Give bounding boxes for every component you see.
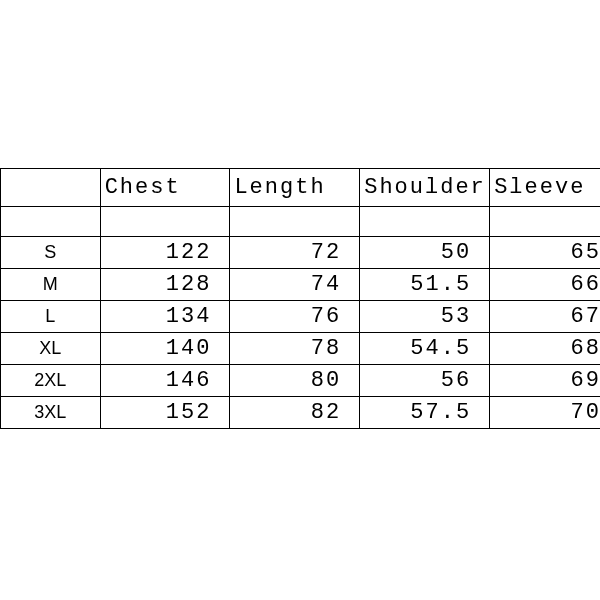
- header-size: [1, 169, 101, 207]
- cell-size: 3XL: [1, 397, 101, 429]
- table: Chest Length Shoulder Sleeve S 122 72 50…: [0, 168, 600, 429]
- cell-sleeve: 69: [490, 365, 600, 397]
- header-chest: Chest: [100, 169, 230, 207]
- cell-length: 80: [230, 365, 360, 397]
- cell-chest: 122: [100, 237, 230, 269]
- table-row: L 134 76 53 67: [1, 301, 601, 333]
- cell-chest: 134: [100, 301, 230, 333]
- cell-sleeve: 66: [490, 269, 600, 301]
- table-row: 2XL 146 80 56 69: [1, 365, 601, 397]
- table-header-row: Chest Length Shoulder Sleeve: [1, 169, 601, 207]
- header-sleeve: Sleeve: [490, 169, 600, 207]
- cell-shoulder: 57.5: [360, 397, 490, 429]
- table-row: M 128 74 51.5 66: [1, 269, 601, 301]
- cell-size: 2XL: [1, 365, 101, 397]
- cell-shoulder: 54.5: [360, 333, 490, 365]
- cell-shoulder: 53: [360, 301, 490, 333]
- cell-sleeve: 70: [490, 397, 600, 429]
- cell-chest: 146: [100, 365, 230, 397]
- cell-sleeve: 68: [490, 333, 600, 365]
- size-chart-table: Chest Length Shoulder Sleeve S 122 72 50…: [0, 168, 600, 429]
- cell-length: 74: [230, 269, 360, 301]
- cell-size: S: [1, 237, 101, 269]
- cell-length: 76: [230, 301, 360, 333]
- table-row: S 122 72 50 65: [1, 237, 601, 269]
- table-row: 3XL 152 82 57.5 70: [1, 397, 601, 429]
- cell-chest: 128: [100, 269, 230, 301]
- cell-size: L: [1, 301, 101, 333]
- cell-length: 72: [230, 237, 360, 269]
- cell-sleeve: 65: [490, 237, 600, 269]
- cell-length: 82: [230, 397, 360, 429]
- cell-shoulder: 56: [360, 365, 490, 397]
- table-row: XL 140 78 54.5 68: [1, 333, 601, 365]
- cell-size: XL: [1, 333, 101, 365]
- cell-chest: 140: [100, 333, 230, 365]
- cell-chest: 152: [100, 397, 230, 429]
- cell-length: 78: [230, 333, 360, 365]
- header-shoulder: Shoulder: [360, 169, 490, 207]
- cell-shoulder: 51.5: [360, 269, 490, 301]
- cell-shoulder: 50: [360, 237, 490, 269]
- cell-size: M: [1, 269, 101, 301]
- header-length: Length: [230, 169, 360, 207]
- table-spacer-row: [1, 207, 601, 237]
- cell-sleeve: 67: [490, 301, 600, 333]
